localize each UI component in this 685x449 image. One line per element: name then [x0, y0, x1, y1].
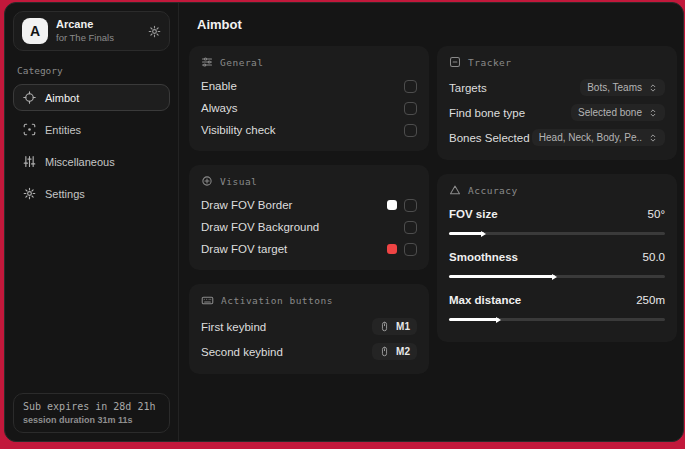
card-title-label: Accuracy: [468, 185, 518, 196]
setting-row-find-bone-type: Find bone type Selected bone: [449, 100, 665, 125]
enable-checkbox[interactable]: [404, 80, 417, 93]
card-columns: General Enable Always Visibility check: [189, 46, 671, 374]
setting-row-visibility-check: Visibility check: [201, 119, 417, 141]
setting-label: Bones Selected: [449, 132, 532, 144]
fov-size-slider[interactable]: [449, 232, 665, 235]
gear-icon[interactable]: [148, 25, 161, 38]
bones-selected-dropdown[interactable]: Head, Neck, Body, Pe..: [532, 129, 665, 146]
general-card-header: General: [201, 56, 417, 68]
desktop-background: { "app": { "name": "Arcane", "subtitle":…: [0, 0, 685, 449]
max-distance-value: 250m: [636, 294, 665, 306]
fov-border-color-swatch[interactable]: [387, 200, 397, 210]
smoothness-value: 50.0: [643, 251, 665, 263]
setting-label: FOV size: [449, 208, 648, 220]
smoothness-slider[interactable]: [449, 275, 665, 278]
left-column: General Enable Always Visibility check: [189, 46, 429, 374]
dropdown-value: Head, Neck, Body, Pe..: [539, 132, 642, 143]
slider-fill: [449, 232, 484, 235]
tracker-card: Tracker Targets Bots, Teams: [437, 46, 677, 160]
card-title-label: Tracker: [468, 57, 512, 68]
fov-target-checkbox[interactable]: [404, 243, 417, 256]
right-column: Tracker Targets Bots, Teams: [437, 46, 677, 342]
app-logo: A: [22, 18, 48, 44]
setting-row-fov-target: Draw FOV target: [201, 238, 417, 260]
visibility-check-checkbox[interactable]: [404, 124, 417, 137]
slider-thumb[interactable]: [552, 274, 557, 280]
dropdown-value: Bots, Teams: [587, 82, 642, 93]
second-keybind-button[interactable]: M2: [372, 343, 417, 360]
chevrons-up-down-icon: [648, 108, 658, 118]
general-card: General Enable Always Visibility check: [189, 46, 429, 151]
gear-icon: [23, 187, 36, 200]
box-minus-icon: [449, 56, 461, 68]
setting-row-first-keybind: First keybind M1: [201, 314, 417, 339]
category-label: Category: [17, 65, 166, 76]
app-meta: Arcane for The Finals: [56, 18, 114, 44]
setting-row-fov-border: Draw FOV Border: [201, 194, 417, 216]
setting-label: First keybind: [201, 321, 372, 333]
slider-fill: [449, 318, 499, 321]
sidebar-item-miscellaneous[interactable]: Miscellaneous: [13, 148, 170, 175]
targets-dropdown[interactable]: Bots, Teams: [580, 79, 665, 96]
keybind-value: M1: [396, 321, 410, 332]
sidebar: A Arcane for The Finals Category Aimbot: [5, 3, 179, 441]
app-name: Arcane: [56, 18, 114, 32]
sliders-horizontal-icon: [201, 56, 213, 68]
sidebar-item-settings[interactable]: Settings: [13, 180, 170, 207]
setting-row-enable: Enable: [201, 75, 417, 97]
subscription-box: Sub expires in 28d 21h session duration …: [13, 393, 170, 433]
visual-card: Visual Draw FOV Border Draw FOV Backgrou…: [189, 165, 429, 270]
always-checkbox[interactable]: [404, 102, 417, 115]
fov-border-checkbox[interactable]: [404, 199, 417, 212]
setting-label: Visibility check: [201, 124, 404, 136]
slider-thumb[interactable]: [481, 231, 486, 237]
main-content: Aimbot General Enable: [179, 3, 683, 441]
visual-card-header: Visual: [201, 175, 417, 187]
chevrons-up-down-icon: [648, 83, 658, 93]
first-keybind-button[interactable]: M1: [372, 318, 417, 335]
max-distance-slider[interactable]: [449, 318, 665, 321]
setting-label: Enable: [201, 80, 404, 92]
scan-eye-icon: [23, 123, 36, 136]
slider-fill: [449, 275, 555, 278]
triangle-icon: [449, 184, 461, 196]
sidebar-item-label: Aimbot: [45, 92, 79, 104]
setting-label: Max distance: [449, 294, 636, 306]
sidebar-item-aimbot[interactable]: Aimbot: [13, 84, 170, 111]
activation-card: Activation buttons First keybind M1: [189, 284, 429, 374]
setting-row-targets: Targets Bots, Teams: [449, 75, 665, 100]
fov-target-color-swatch[interactable]: [387, 244, 397, 254]
setting-label: Second keybind: [201, 346, 372, 358]
fov-background-checkbox[interactable]: [404, 221, 417, 234]
slider-thumb[interactable]: [496, 317, 501, 323]
setting-row-fov-size: FOV size 50°: [449, 203, 665, 225]
fov-size-value: 50°: [648, 208, 665, 220]
app-window: A Arcane for The Finals Category Aimbot: [4, 2, 684, 442]
setting-label: Smoothness: [449, 251, 643, 263]
sidebar-item-label: Miscellaneous: [45, 156, 115, 168]
circle-plus-icon: [201, 175, 213, 187]
setting-label: Draw FOV target: [201, 243, 387, 255]
setting-row-fov-background: Draw FOV Background: [201, 216, 417, 238]
setting-row-second-keybind: Second keybind M2: [201, 339, 417, 364]
session-duration-text: session duration 31m 11s: [23, 415, 160, 425]
crosshair-icon: [23, 91, 36, 104]
setting-row-bones-selected: Bones Selected Head, Neck, Body, Pe..: [449, 125, 665, 150]
sliders-vertical-icon: [23, 155, 36, 168]
find-bone-type-dropdown[interactable]: Selected bone: [571, 104, 665, 121]
keybind-value: M2: [396, 346, 410, 357]
mouse-icon: [379, 321, 390, 332]
accuracy-card-header: Accuracy: [449, 184, 665, 196]
setting-row-max-distance: Max distance 250m: [449, 289, 665, 311]
app-subtitle: for The Finals: [56, 32, 114, 44]
setting-label: Draw FOV Background: [201, 221, 404, 233]
mouse-icon: [379, 346, 390, 357]
setting-label: Find bone type: [449, 107, 571, 119]
setting-row-always: Always: [201, 97, 417, 119]
card-title-label: Activation buttons: [221, 295, 333, 306]
setting-label: Draw FOV Border: [201, 199, 387, 211]
setting-row-smoothness: Smoothness 50.0: [449, 246, 665, 268]
keyboard-icon: [201, 294, 214, 307]
sidebar-item-entities[interactable]: Entities: [13, 116, 170, 143]
app-header-card: A Arcane for The Finals: [13, 11, 170, 51]
